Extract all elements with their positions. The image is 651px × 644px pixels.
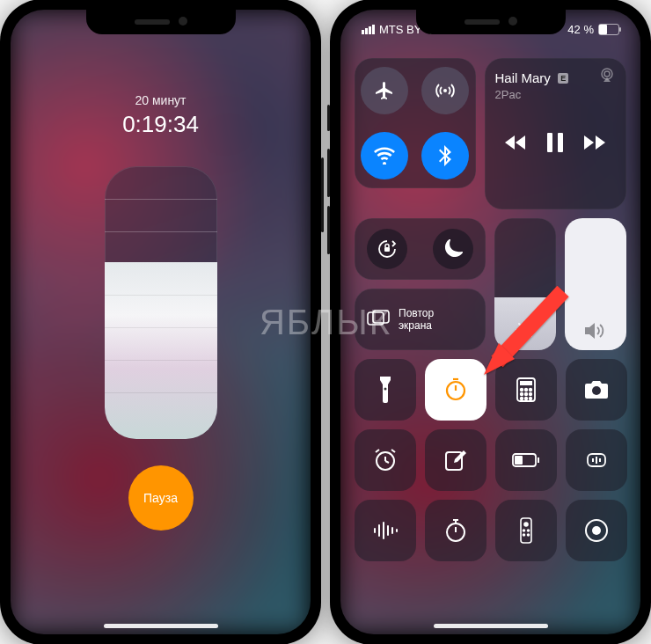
alarm-clock-icon <box>373 448 398 472</box>
volume-slider[interactable] <box>565 218 626 350</box>
cellular-data-toggle[interactable] <box>421 67 469 114</box>
airplane-mode-toggle[interactable] <box>361 67 408 114</box>
screen-record-tile[interactable] <box>566 500 627 561</box>
remote-icon <box>520 517 532 544</box>
screen-mirroring-label: Повтор экрана <box>399 307 434 333</box>
wifi-icon <box>374 147 395 165</box>
speaker-icon <box>585 322 606 340</box>
pause-button-label: Пауза <box>143 491 178 505</box>
sun-icon <box>516 320 535 340</box>
svg-point-28 <box>530 393 532 396</box>
flashlight-tile[interactable] <box>355 359 416 421</box>
battery-icon <box>512 453 540 467</box>
forward-icon <box>584 135 605 150</box>
media-artist: 2Pac <box>495 88 617 101</box>
bluetooth-toggle[interactable] <box>421 132 469 179</box>
timer-duration-label: 20 минут <box>135 93 186 107</box>
voice-memos-tile[interactable] <box>355 500 416 561</box>
record-icon <box>584 518 609 543</box>
stopwatch-tile[interactable] <box>425 500 486 561</box>
camera-icon <box>584 380 609 399</box>
phone-left: 20 минут 0:19:34 Пауза <box>0 0 321 644</box>
hearing-tile[interactable] <box>566 429 627 491</box>
svg-rect-22 <box>520 381 532 385</box>
svg-line-13 <box>519 324 521 326</box>
svg-line-15 <box>519 335 521 337</box>
backward-icon <box>505 135 526 150</box>
low-power-tile[interactable] <box>495 429 557 491</box>
calculator-icon <box>516 377 536 402</box>
notes-tile[interactable] <box>425 429 486 491</box>
airplay-icon[interactable] <box>598 67 616 83</box>
svg-point-31 <box>530 398 532 400</box>
alarm-tile[interactable] <box>355 429 416 491</box>
svg-point-8 <box>522 326 529 333</box>
svg-point-57 <box>524 523 528 526</box>
timer-icon <box>443 377 468 402</box>
svg-point-25 <box>530 389 532 392</box>
brightness-slider[interactable] <box>494 218 556 350</box>
screen-mirroring-icon <box>367 310 390 329</box>
battery-percent-label: 42 % <box>567 23 594 36</box>
phone-right: MTS BY 42 % <box>330 0 651 644</box>
media-title: Hail Mary <box>495 70 551 85</box>
camera-tile[interactable] <box>566 359 627 421</box>
waveform-icon <box>372 522 399 539</box>
timer-dial-slider[interactable] <box>105 166 217 439</box>
svg-point-32 <box>592 386 601 395</box>
screen-mirroring-button[interactable]: Повтор экрана <box>355 289 486 350</box>
signal-bars-icon <box>362 25 375 34</box>
wifi-toggle[interactable] <box>361 132 408 179</box>
remote-tile[interactable] <box>495 500 557 561</box>
svg-point-17 <box>384 388 387 391</box>
svg-point-61 <box>528 534 530 536</box>
carrier-label: MTS BY <box>379 23 421 36</box>
svg-point-30 <box>525 398 528 400</box>
antenna-icon <box>435 80 456 101</box>
battery-icon <box>598 24 619 35</box>
svg-point-27 <box>525 393 528 396</box>
do-not-disturb-toggle[interactable] <box>433 229 473 269</box>
home-indicator[interactable] <box>104 624 218 628</box>
home-indicator[interactable] <box>434 624 548 628</box>
lock-rotation-icon <box>377 238 398 260</box>
svg-point-63 <box>592 526 601 535</box>
media-next-button[interactable] <box>584 135 605 150</box>
compose-icon <box>444 449 467 472</box>
svg-point-0 <box>443 89 447 92</box>
airplane-icon <box>374 80 395 101</box>
svg-line-16 <box>530 324 532 326</box>
svg-point-59 <box>528 530 530 531</box>
svg-rect-41 <box>515 456 523 465</box>
svg-point-24 <box>525 389 528 392</box>
svg-line-36 <box>376 450 379 452</box>
timer-countdown: 0:19:34 <box>122 111 199 138</box>
svg-point-58 <box>523 530 525 531</box>
timer-tile[interactable] <box>425 359 486 421</box>
moon-icon <box>443 239 463 259</box>
media-panel[interactable]: Hail Mary E 2Pac <box>485 58 627 209</box>
pause-button[interactable]: Пауза <box>128 465 194 531</box>
svg-rect-5 <box>384 247 390 252</box>
orientation-lock-toggle[interactable] <box>367 229 407 269</box>
svg-line-14 <box>530 335 532 337</box>
explicit-badge: E <box>558 73 568 84</box>
media-prev-button[interactable] <box>505 135 526 150</box>
calculator-tile[interactable] <box>495 359 557 421</box>
svg-point-26 <box>521 393 523 396</box>
notch <box>86 10 236 34</box>
svg-line-35 <box>385 461 389 463</box>
svg-rect-4 <box>558 133 563 152</box>
svg-rect-40 <box>538 457 539 463</box>
svg-point-23 <box>521 389 523 392</box>
notch <box>416 10 566 34</box>
svg-line-37 <box>391 450 395 452</box>
connectivity-panel[interactable] <box>355 58 476 188</box>
svg-point-29 <box>521 398 523 400</box>
stopwatch-icon <box>444 518 467 543</box>
bluetooth-icon <box>439 145 451 166</box>
control-center: Hail Mary E 2Pac <box>340 10 640 634</box>
svg-point-60 <box>523 534 525 536</box>
media-pause-button[interactable] <box>547 133 563 152</box>
hearing-icon <box>584 450 609 471</box>
